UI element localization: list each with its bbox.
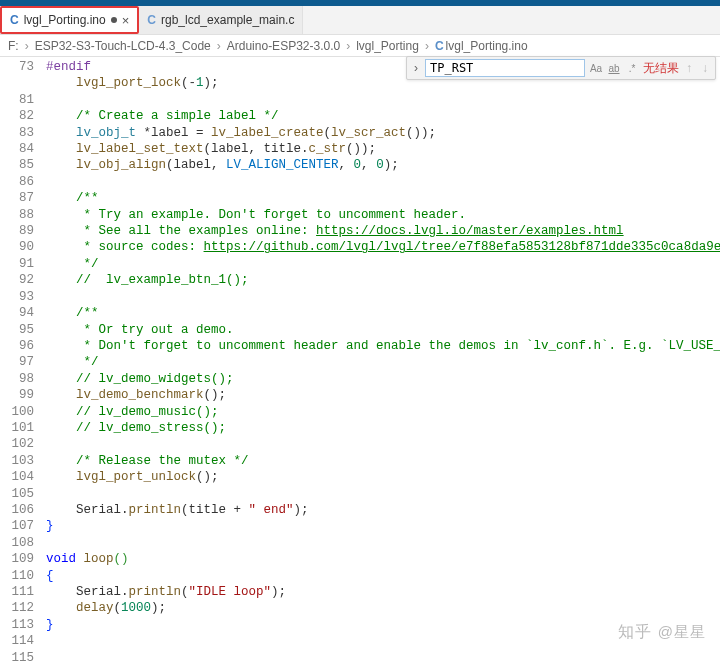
- tab-label: lvgl_Porting.ino: [24, 13, 106, 27]
- chevron-right-icon: ›: [25, 39, 29, 53]
- regex-button[interactable]: .*: [625, 63, 639, 74]
- find-next-icon[interactable]: ↓: [699, 61, 711, 75]
- find-widget: › Aa ab .* 无结果 ↑ ↓: [406, 56, 716, 80]
- match-case-button[interactable]: Aa: [589, 63, 603, 74]
- crumb[interactable]: ESP32-S3-Touch-LCD-4.3_Code: [35, 39, 211, 53]
- watermark-text: @星星: [658, 623, 706, 642]
- c-file-icon: C: [435, 39, 444, 53]
- zhihu-logo: 知乎: [618, 622, 652, 643]
- code-area[interactable]: #endif lvgl_port_lock(-1); /* Create a s…: [46, 57, 720, 661]
- crumb[interactable]: Clvgl_Porting.ino: [435, 39, 528, 53]
- crumb[interactable]: F:: [8, 39, 19, 53]
- expand-replace-icon[interactable]: ›: [411, 61, 421, 75]
- close-icon[interactable]: ×: [122, 13, 130, 28]
- tab-label: rgb_lcd_example_main.c: [161, 13, 294, 27]
- chevron-right-icon: ›: [217, 39, 221, 53]
- tab-inactive[interactable]: C rgb_lcd_example_main.c: [139, 6, 303, 34]
- breadcrumb: F: › ESP32-S3-Touch-LCD-4.3_Code › Ardui…: [0, 35, 720, 57]
- find-result-count: 无结果: [643, 60, 679, 77]
- editor[interactable]: 73 8182838485868788899091929394959697989…: [0, 57, 720, 661]
- find-prev-icon[interactable]: ↑: [683, 61, 695, 75]
- whole-word-button[interactable]: ab: [607, 63, 621, 74]
- crumb[interactable]: Arduino-ESP32-3.0.0: [227, 39, 340, 53]
- line-number-gutter: 73 8182838485868788899091929394959697989…: [0, 57, 46, 661]
- tab-bar: C lvgl_Porting.ino × C rgb_lcd_example_m…: [0, 6, 720, 35]
- c-file-icon: C: [147, 13, 156, 27]
- c-file-icon: C: [10, 13, 19, 27]
- watermark: 知乎 @星星: [618, 622, 706, 643]
- crumb[interactable]: lvgl_Porting: [356, 39, 419, 53]
- find-input[interactable]: [425, 59, 585, 77]
- chevron-right-icon: ›: [425, 39, 429, 53]
- chevron-right-icon: ›: [346, 39, 350, 53]
- tab-active[interactable]: C lvgl_Porting.ino ×: [0, 6, 139, 34]
- modified-indicator: [111, 17, 117, 23]
